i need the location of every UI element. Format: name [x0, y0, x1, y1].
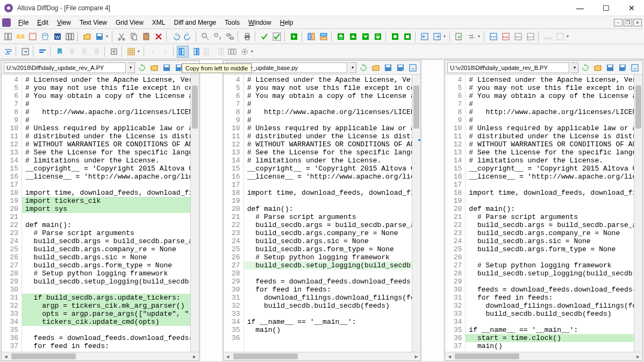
pane-middle-reload-icon[interactable] [407, 62, 418, 73]
merge-dropdown[interactable]: ▾ [443, 34, 448, 39]
3way-merge-icon[interactable] [226, 46, 238, 58]
maximize-button[interactable]: ☐ [598, 4, 614, 12]
pane-middle-vscroll[interactable] [412, 75, 420, 352]
pane-right-save-icon[interactable] [605, 62, 616, 73]
mdi-close-button[interactable]: × [633, 19, 642, 26]
menu-diffmerge[interactable]: Diff and Merge [170, 18, 221, 27]
pane-right-vscroll[interactable] [634, 75, 642, 352]
quick-compare-icon[interactable]: quick [542, 31, 554, 42]
menu-file[interactable]: File [14, 18, 33, 27]
mdi-minimize-button[interactable]: - [614, 19, 622, 26]
pane-left-code[interactable]: 4567891011121314151617181920212223242526… [2, 75, 199, 352]
compare-start-icon[interactable] [288, 31, 300, 42]
first-diff-icon[interactable] [335, 31, 347, 42]
pane-middle-code[interactable]: 4567891011121314151617181920212223242526… [224, 75, 421, 352]
wellformed-icon[interactable] [259, 31, 270, 42]
bookmark-toggle-icon[interactable] [54, 46, 66, 58]
undo-icon[interactable] [170, 31, 182, 42]
swap-icon[interactable] [466, 31, 477, 42]
pane-left-text[interactable]: # Licensed under the Apache License, Ver… [22, 75, 190, 352]
copy-middle-to-right-button[interactable] [214, 46, 226, 58]
find-icon[interactable] [199, 31, 211, 42]
mdi-restore-button[interactable]: ❐ [624, 19, 632, 26]
pane-middle-saveas-icon[interactable] [395, 62, 406, 73]
compare-xml-icon[interactable]: XML [500, 31, 512, 42]
minimize-button[interactable]: — [572, 4, 588, 12]
pane-left-refresh-icon[interactable] [137, 62, 147, 73]
copy-icon[interactable] [128, 31, 140, 42]
menu-edit[interactable]: Edit [33, 18, 53, 27]
copy-left-to-middle-button[interactable] [177, 46, 189, 58]
open-icon[interactable] [81, 31, 93, 42]
menu-help[interactable]: Help [276, 18, 298, 27]
scroll-left-icon[interactable]: ◄ [445, 352, 454, 360]
pane-middle-path-dropdown[interactable]: ▾ [349, 62, 356, 73]
menu-window[interactable]: Window [244, 18, 276, 27]
copy-right-to-middle-button[interactable] [189, 46, 201, 58]
bookmark-prev-icon[interactable] [78, 46, 90, 58]
compare-bin-icon[interactable]: BIN [512, 31, 524, 42]
copy-middle-to-left-button[interactable] [202, 46, 213, 58]
grid-dropdown[interactable]: ▾ [138, 49, 142, 54]
toolbar-overflow[interactable]: ▾ [567, 34, 571, 39]
validate-icon[interactable] [271, 31, 283, 42]
scroll-right-icon[interactable]: ► [190, 352, 199, 360]
menu-gridview[interactable]: Grid View [111, 18, 148, 27]
goto-line-icon[interactable] [19, 46, 31, 58]
pane-right-refresh-icon[interactable] [580, 62, 591, 73]
pane-right-code[interactable]: 4567891011121314151617181920212223242526… [445, 75, 642, 352]
compare-ext-icon[interactable]: EXT [525, 31, 536, 42]
merge-right-icon[interactable] [431, 31, 443, 42]
new-db-compare-icon[interactable] [39, 31, 51, 42]
sync-scroll-h-icon[interactable] [318, 31, 330, 42]
pane-left-open-icon[interactable] [149, 62, 160, 73]
3way-options-icon[interactable] [239, 46, 251, 58]
delete-icon[interactable] [153, 31, 164, 42]
pane-right-open-icon[interactable] [592, 62, 603, 73]
redo-icon[interactable] [182, 31, 194, 42]
find-next-icon[interactable] [212, 31, 224, 42]
replace-icon[interactable] [224, 31, 236, 42]
scroll-right-icon[interactable]: ► [634, 352, 642, 360]
new-3way-compare-icon[interactable] [64, 31, 76, 42]
options-icon[interactable] [554, 31, 566, 42]
cut-icon[interactable] [116, 31, 127, 42]
current-diff-icon[interactable] [389, 31, 401, 42]
pane-middle-text[interactable]: # Licensed under the Apache License, Ver… [244, 75, 412, 352]
new-dir-compare-icon[interactable] [15, 31, 26, 42]
fold-all-icon[interactable] [108, 46, 120, 58]
paste-icon[interactable] [140, 31, 152, 42]
pane-right-path-dropdown[interactable]: ▾ [571, 62, 578, 73]
menu-xml[interactable]: XML [148, 18, 170, 27]
pane-left-save-icon[interactable] [161, 62, 172, 73]
compare-txt-icon[interactable]: TXT [488, 31, 499, 42]
print-icon[interactable] [241, 31, 253, 42]
pane-middle-open-icon[interactable] [370, 62, 381, 73]
pane-left-path[interactable]: U:\v2018\Diff\daily_update_rev_A.PY [4, 62, 126, 73]
nav-left-icon[interactable] [147, 46, 159, 58]
scroll-left-icon[interactable]: ◄ [224, 352, 232, 360]
pane-right-hscroll[interactable]: ◄ ► [445, 352, 642, 360]
pane-left-hscroll[interactable]: ◄ ► [2, 352, 199, 360]
new-word-compare-icon[interactable]: W [52, 31, 63, 42]
pane-middle-save-icon[interactable] [383, 62, 393, 73]
save-dropdown[interactable]: ▾ [106, 34, 110, 39]
close-button[interactable]: ✕ [624, 4, 640, 12]
next-diff-icon[interactable] [360, 31, 371, 42]
pane-right-text[interactable]: # Licensed under the Apache License, Ver… [466, 75, 634, 352]
export-diff-icon[interactable] [453, 31, 465, 42]
merge-left-icon[interactable] [419, 31, 431, 42]
pane-right-saveas-icon[interactable] [617, 62, 628, 73]
pane-left-vscroll[interactable] [190, 75, 199, 352]
scroll-left-icon[interactable]: ◄ [2, 352, 10, 360]
bookmark-diff-icon[interactable] [402, 31, 413, 42]
new-file-compare-icon[interactable] [2, 31, 14, 42]
pane-middle-refresh-icon[interactable] [358, 62, 369, 73]
last-diff-icon[interactable] [372, 31, 384, 42]
grid-view-icon[interactable] [125, 46, 137, 58]
prev-diff-icon[interactable] [347, 31, 359, 42]
text-settings-icon[interactable] [37, 46, 48, 58]
menu-tools[interactable]: Tools [220, 18, 244, 27]
linewrap-icon[interactable]: WR [2, 46, 14, 58]
menu-view[interactable]: View [53, 18, 75, 27]
